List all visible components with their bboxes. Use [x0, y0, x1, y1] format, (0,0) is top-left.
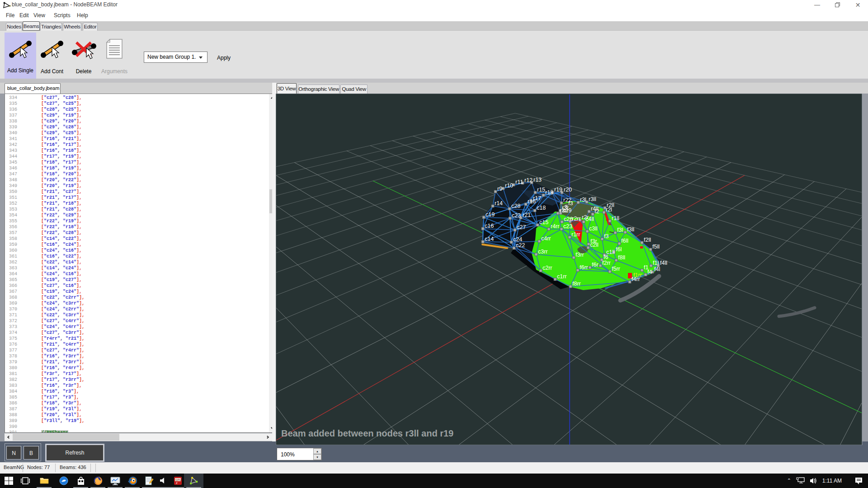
svg-text:f5ll: f5ll — [652, 244, 660, 250]
svg-text:c19: c19 — [486, 211, 495, 218]
svg-text:f2rr: f2rr — [602, 260, 611, 266]
svg-text:r13: r13 — [533, 177, 542, 183]
svg-text:r3ll: r3ll — [589, 196, 596, 202]
svg-text:f4l: f4l — [654, 266, 660, 272]
svg-text:r20: r20 — [564, 187, 572, 193]
svg-text:c1rr: c1rr — [557, 273, 567, 280]
svg-text:f3: f3 — [604, 233, 609, 239]
svg-text:f3l: f3l — [617, 227, 623, 233]
svg-text:GPU: GPU — [175, 479, 181, 481]
svg-text:Beam added between nodes r3ll: Beam added between nodes r3ll and r19 — [281, 428, 453, 438]
svg-text:f6ll: f6ll — [621, 238, 628, 244]
svg-text:f3rr: f3rr — [576, 252, 584, 258]
svg-text:r21: r21 — [523, 212, 531, 218]
svg-text:c4rr: c4rr — [541, 235, 551, 242]
svg-text:r14: r14 — [495, 200, 503, 206]
svg-text:r1rr: r1rr — [571, 231, 580, 238]
svg-text:c18: c18 — [537, 205, 546, 211]
svg-text:r11: r11 — [515, 179, 523, 185]
svg-text:c2rr: c2rr — [542, 265, 552, 271]
svg-text:c24: c24 — [513, 236, 522, 243]
svg-text:c27: c27 — [517, 224, 526, 230]
svg-text:r2l: r2l — [606, 206, 612, 213]
svg-text:r1ll: r1ll — [612, 215, 619, 221]
svg-text:f2: f2 — [594, 208, 599, 215]
svg-text:f8rr: f8rr — [572, 281, 581, 287]
svg-text:f6rr: f6rr — [580, 264, 588, 271]
svg-text:c22: c22 — [516, 242, 525, 249]
svg-text:f2ll: f2ll — [644, 237, 651, 243]
svg-text:f6r: f6r — [592, 262, 599, 268]
svg-text:c15: c15 — [539, 219, 548, 225]
svg-text:f5rr: f5rr — [612, 266, 620, 272]
svg-text:r9: r9 — [497, 186, 502, 192]
svg-text:c14: c14 — [485, 236, 494, 242]
svg-text:f4: f4 — [647, 269, 652, 275]
svg-text:c3ll: c3ll — [589, 225, 598, 232]
svg-text:r2rr: r2rr — [572, 216, 580, 222]
svg-text:r4rr: r4rr — [551, 223, 559, 230]
svg-text:r15: r15 — [537, 187, 545, 193]
svg-text:c23: c23 — [563, 223, 572, 230]
svg-text:f1l: f1l — [653, 260, 659, 266]
svg-text:c4ll: c4ll — [585, 216, 594, 222]
svg-text:c3rr: c3rr — [538, 249, 548, 255]
svg-text:Z: Z — [176, 482, 178, 484]
svg-text:r3l: r3l — [580, 197, 586, 203]
svg-text:f8ll: f8ll — [618, 254, 625, 261]
svg-text:c16: c16 — [485, 223, 494, 229]
svg-text:r22: r22 — [563, 197, 571, 203]
svg-text:f6: f6 — [604, 254, 608, 260]
svg-text:f6l: f6l — [616, 246, 622, 253]
svg-text:r18: r18 — [545, 189, 553, 196]
svg-text:f3ll: f3ll — [627, 226, 634, 233]
svg-text:r10: r10 — [505, 183, 513, 189]
svg-text:r17: r17 — [533, 195, 541, 202]
svg-text:c23: c23 — [512, 212, 521, 219]
svg-text:c28: c28 — [511, 203, 520, 209]
svg-text:r3r: r3r — [562, 205, 569, 211]
svg-text:r19: r19 — [554, 187, 562, 193]
svg-text:f4ll: f4ll — [660, 260, 667, 266]
svg-text:f4rr: f4rr — [632, 276, 640, 282]
svg-text:f3r: f3r — [590, 238, 597, 244]
svg-text:r12: r12 — [524, 177, 533, 183]
